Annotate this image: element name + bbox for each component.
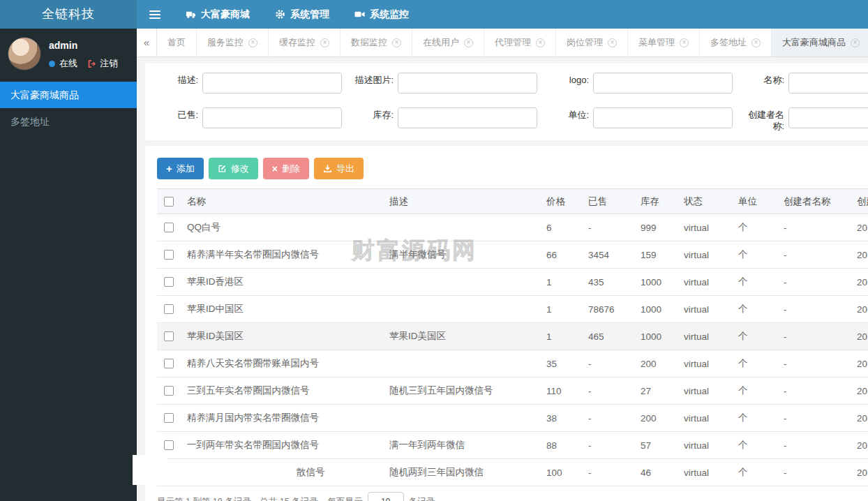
cell-desc <box>389 269 546 296</box>
row-checkbox[interactable] <box>164 223 174 232</box>
column-header-stock[interactable]: 库存 <box>641 189 684 214</box>
cell-status: virtual <box>684 459 738 486</box>
tab-home[interactable]: 首页 <box>157 29 197 57</box>
row-checkbox[interactable] <box>164 359 174 368</box>
tab-close-icon[interactable]: × <box>608 38 617 47</box>
column-header-created[interactable]: 创建时间 <box>857 189 868 214</box>
tab-close-icon[interactable]: × <box>464 38 473 47</box>
filter-input-desc[interactable] <box>202 73 342 94</box>
tab-menu-manage[interactable]: 菜单管理× <box>628 29 700 57</box>
row-checkbox[interactable] <box>164 250 174 260</box>
delete-button-label: 删除 <box>282 163 300 175</box>
tab-online-users[interactable]: 在线用户× <box>412 29 484 57</box>
cell-unit: 个 <box>738 241 784 269</box>
top-nav-menu: 大富豪商城系统管理系统监控 <box>173 0 421 29</box>
tab-data-monitor[interactable]: 数据监控× <box>341 29 412 57</box>
sidebar-toggle-button[interactable] <box>137 0 173 29</box>
filter-input-sold[interactable] <box>202 107 342 128</box>
column-header-name[interactable]: 名称 <box>187 189 389 214</box>
table-row[interactable]: 精养满月国内带实名带圈微信号38-200virtual个-20 <box>157 405 868 432</box>
cell-status: virtual <box>684 323 738 350</box>
cell-desc: 满一年到两年微信 <box>389 432 546 459</box>
user-info: admin 在线 注销 <box>49 37 118 82</box>
tabs-collapse-button[interactable]: « <box>137 29 157 57</box>
column-header-price[interactable]: 价格 <box>546 189 588 214</box>
sidebar-item-multi-sign-address[interactable]: 多签地址 <box>0 108 137 135</box>
cell-price: 88 <box>546 432 588 459</box>
tab-post-manage[interactable]: 岗位管理× <box>556 29 628 57</box>
sidebar-menu: 大富豪商城商品多签地址 <box>0 82 137 135</box>
tab-cache-monitor[interactable]: 缓存监控× <box>269 29 341 57</box>
cell-creator: - <box>784 432 857 459</box>
topnav-item-mall[interactable]: 大富豪商城 <box>173 0 262 29</box>
row-checkbox-cell <box>157 241 187 269</box>
filter-field-desc: 描述: <box>151 73 346 94</box>
column-header-sold[interactable]: 已售 <box>588 189 641 214</box>
filter-input-creator-name[interactable] <box>788 107 868 128</box>
filter-input-logo[interactable] <box>593 73 733 94</box>
row-checkbox[interactable] <box>164 304 174 314</box>
tab-close-icon[interactable]: × <box>320 38 329 47</box>
tab-agent-manage[interactable]: 代理管理× <box>484 29 556 57</box>
cell-price: 38 <box>546 405 588 432</box>
filter-label-sold: 已售: <box>151 107 202 121</box>
tab-close-icon[interactable]: × <box>751 38 761 47</box>
table-row[interactable]: QQ白号6-999virtual个-20 <box>157 214 868 241</box>
filter-input-stock[interactable] <box>398 107 537 128</box>
column-header-desc[interactable]: 描述 <box>389 189 546 214</box>
cell-created: 20 <box>857 269 868 296</box>
tab-label: 岗位管理 <box>567 36 603 49</box>
column-header-status[interactable]: 状态 <box>684 189 738 214</box>
table-row[interactable]: 精养八天实名带圈带账单国内号35-200virtual个-20 <box>157 350 868 377</box>
select-all-checkbox[interactable] <box>164 197 174 207</box>
tab-close-icon[interactable]: × <box>851 38 860 47</box>
topnav-item-system-monitor[interactable]: 系统监控 <box>342 0 421 29</box>
tab-label: 大富豪商城商品 <box>782 36 846 49</box>
tab-service-monitor[interactable]: 服务监控× <box>197 29 269 57</box>
tab-mall-goods[interactable]: 大富豪商城商品× <box>772 29 868 57</box>
sidebar-item-mall-goods[interactable]: 大富豪商城商品 <box>0 82 137 108</box>
cell-sold: - <box>588 432 641 459</box>
tab-label: 缓存监控 <box>279 36 315 49</box>
filter-field-unit: 单位: <box>541 107 737 128</box>
page-size-select[interactable]: 10 <box>368 492 404 501</box>
filter-input-unit[interactable] <box>593 107 733 128</box>
tab-close-icon[interactable]: × <box>248 38 257 47</box>
table-row[interactable]: 一到两年带实名带圈国内微信号满一年到两年微信88-57virtual个-20 <box>157 432 868 459</box>
add-button[interactable]: + 添加 <box>157 158 204 179</box>
table-row[interactable]: 三到五年实名带圈国内微信号随机三到五年国内微信号110-27virtual个-2… <box>157 377 868 405</box>
cell-status: virtual <box>684 296 738 323</box>
row-checkbox-cell <box>157 296 187 323</box>
column-header-creator[interactable]: 创建者名称 <box>784 189 857 214</box>
row-checkbox[interactable] <box>164 440 174 450</box>
delete-button[interactable]: × 删除 <box>263 158 309 179</box>
table-row[interactable]: 苹果ID美国区苹果ID美国区14651000virtual个-20 <box>157 323 868 350</box>
column-header-unit[interactable]: 单位 <box>738 189 784 214</box>
tab-close-icon[interactable]: × <box>536 38 545 47</box>
avatar[interactable] <box>8 37 41 70</box>
table-row[interactable]: 精养满半年实名带圈国内微信号满半年微信号663454159virtual个-20 <box>157 241 868 269</box>
table-row[interactable]: 苹果ID香港区14351000virtual个-20 <box>157 269 868 296</box>
cell-sold: - <box>588 459 641 486</box>
filter-input-name[interactable] <box>788 73 868 94</box>
table-row[interactable]: 散信号随机两到三年国内微信100-46virtual个-20 <box>157 459 868 486</box>
filter-field-logo: logo: <box>541 73 737 94</box>
row-checkbox[interactable] <box>164 386 174 396</box>
logout-button[interactable]: 注销 <box>87 57 118 70</box>
cell-creator: - <box>784 377 857 405</box>
export-button[interactable]: 导出 <box>314 158 364 179</box>
row-checkbox[interactable] <box>164 331 174 341</box>
edit-button[interactable]: 修改 <box>209 158 258 179</box>
tab-close-icon[interactable]: × <box>680 38 689 47</box>
cell-price: 1 <box>546 296 588 323</box>
row-checkbox[interactable] <box>164 413 174 423</box>
row-checkbox-cell <box>157 350 187 377</box>
filter-input-desc-image[interactable] <box>398 73 537 94</box>
tab-multi-sign-address[interactable]: 多签地址× <box>700 29 772 57</box>
topnav-item-system-manage[interactable]: 系统管理 <box>262 0 342 29</box>
table-row[interactable]: 苹果ID中国区1786761000virtual个-20 <box>157 296 868 323</box>
cell-created: 20 <box>857 432 868 459</box>
row-checkbox[interactable] <box>164 277 174 287</box>
tab-close-icon[interactable]: × <box>392 38 401 47</box>
cell-creator: - <box>784 405 857 432</box>
